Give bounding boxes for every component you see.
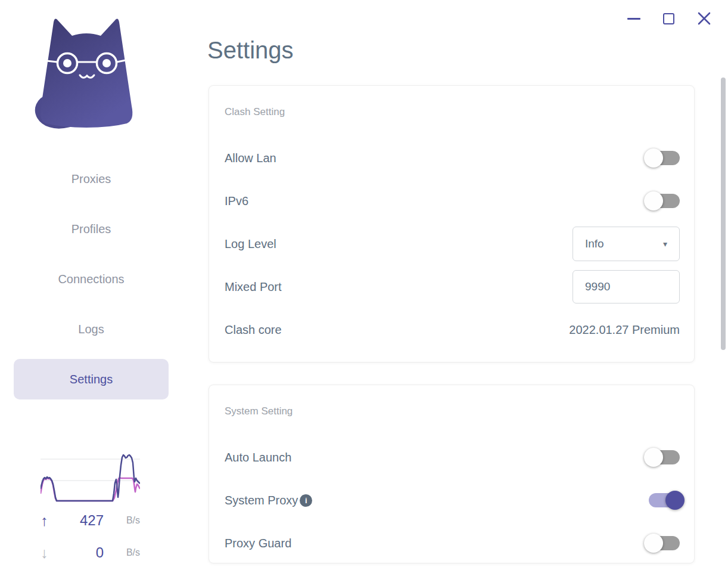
row-label: Proxy Guard: [225, 537, 291, 550]
cat-body: [41, 19, 133, 128]
toggle-thumb: [665, 491, 685, 510]
card-title: Clash Setting: [225, 105, 680, 119]
log-level-select[interactable]: Info ▾: [573, 227, 680, 261]
sidebar-item-label: Proxies: [71, 172, 111, 186]
clash-core-version: 2022.01.27 Premium: [569, 323, 680, 337]
toggle-thumb: [644, 534, 663, 553]
mixed-port-input[interactable]: [573, 270, 680, 303]
auto-launch-toggle[interactable]: [649, 450, 680, 464]
allow-lan-toggle[interactable]: [649, 151, 680, 165]
sidebar-item-label: Logs: [78, 323, 104, 336]
window-controls: [627, 7, 711, 30]
row-label: Mixed Port: [225, 280, 282, 294]
traffic-sparkline: [41, 450, 140, 502]
row-label: Clash core: [225, 323, 282, 337]
info-icon[interactable]: i: [300, 494, 312, 507]
download-speed-row: ↓ 0 B/s: [41, 544, 140, 562]
setting-row-mixed-port: Mixed Port: [225, 265, 680, 308]
sidebar-item-connections[interactable]: Connections: [14, 254, 169, 304]
row-label: IPv6: [225, 194, 248, 208]
clash-setting-card: Clash Setting Allow Lan IPv6 Log Level: [209, 85, 695, 363]
sidebar-item-label: Profiles: [71, 222, 111, 236]
row-label: System Proxy i: [225, 494, 312, 507]
log-level-value: Info: [585, 237, 604, 250]
setting-row-system-proxy: System Proxy i: [225, 479, 680, 522]
proxy-guard-toggle[interactable]: [649, 536, 680, 550]
setting-row-log-level: Log Level Info ▾: [225, 222, 680, 265]
upload-speed-value: 427: [61, 512, 104, 529]
sidebar-nav: Proxies Profiles Connections Logs Settin…: [14, 154, 169, 404]
sidebar-item-settings[interactable]: Settings: [14, 359, 169, 399]
sidebar-item-label: Settings: [70, 373, 113, 386]
caret-down-icon: ▾: [663, 239, 667, 249]
sidebar-item-proxies[interactable]: Proxies: [14, 154, 169, 204]
setting-row-proxy-guard: Proxy Guard: [225, 522, 680, 565]
toggle-thumb: [644, 448, 663, 467]
row-label: Allow Lan: [225, 151, 276, 165]
system-setting-card: System Setting Auto Launch System Proxy …: [209, 385, 695, 563]
row-label: Log Level: [225, 237, 276, 251]
setting-row-auto-launch: Auto Launch: [225, 436, 680, 479]
clash-cat-logo: [27, 16, 140, 132]
sidebar: Proxies Profiles Connections Logs Settin…: [0, 0, 191, 570]
minimize-icon: [627, 18, 640, 20]
toggle-thumb: [644, 191, 663, 210]
card-title: System Setting: [225, 404, 680, 419]
row-label-text: System Proxy: [225, 494, 298, 507]
maximize-button[interactable]: [663, 13, 674, 24]
arrow-up-icon: ↑: [41, 513, 61, 528]
ipv6-toggle[interactable]: [649, 194, 680, 208]
upload-speed-unit: B/s: [116, 515, 140, 526]
system-proxy-toggle[interactable]: [649, 493, 680, 507]
scrollbar-thumb[interactable]: [721, 78, 726, 350]
download-speed-unit: B/s: [116, 547, 140, 558]
sidebar-item-label: Connections: [58, 272, 124, 286]
row-label: Auto Launch: [225, 451, 291, 464]
sidebar-item-logs[interactable]: Logs: [14, 304, 169, 354]
sidebar-item-profiles[interactable]: Profiles: [14, 204, 169, 254]
download-speed-value: 0: [61, 544, 104, 561]
minimize-button[interactable]: [627, 18, 640, 20]
close-icon: [697, 11, 711, 26]
setting-row-allow-lan: Allow Lan: [225, 137, 680, 179]
setting-row-ipv6: IPv6: [225, 179, 680, 222]
upload-speed-row: ↑ 427 B/s: [41, 512, 140, 529]
arrow-down-icon: ↓: [41, 546, 61, 560]
toggle-thumb: [644, 148, 663, 168]
page-title: Settings: [207, 37, 294, 64]
clash-for-windows-app: Proxies Profiles Connections Logs Settin…: [0, 0, 728, 570]
close-button[interactable]: [697, 11, 711, 26]
maximize-icon: [663, 13, 674, 24]
setting-row-clash-core: Clash core 2022.01.27 Premium: [225, 308, 680, 351]
